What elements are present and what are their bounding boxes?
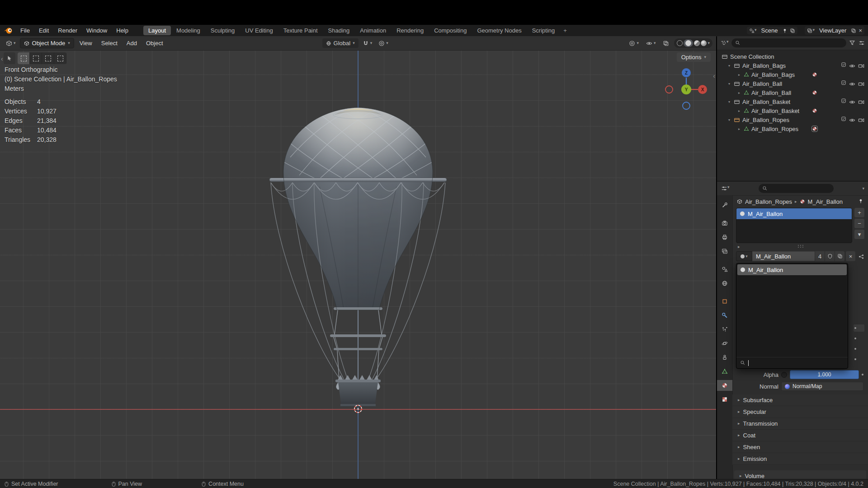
tab-modeling[interactable]: Modeling — [171, 26, 205, 35]
tab-render[interactable] — [717, 218, 732, 229]
outliner-row-scene-collection[interactable]: Scene Collection — [717, 52, 868, 61]
outliner-row-collection-active[interactable]: ▾ Air_Ballon_Ropes — [717, 115, 868, 124]
outliner-row-object-active[interactable]: ▸ Air_Ballon_Ropes — [717, 124, 868, 133]
users-count-button[interactable]: 4 — [815, 251, 825, 261]
outliner-filter-button[interactable] — [849, 39, 856, 47]
sidebar-expand-arrow[interactable]: ‹ — [713, 72, 715, 80]
shading-wireframe-button[interactable] — [677, 40, 683, 46]
toolbar-expand-arrow[interactable]: ‹ — [1, 55, 3, 62]
tab-rendering[interactable]: Rendering — [392, 26, 429, 35]
pin-id-icon[interactable] — [858, 198, 863, 205]
alpha-animate-dot[interactable] — [862, 374, 863, 375]
menu-view[interactable]: View — [76, 38, 96, 48]
alpha-slider[interactable]: 1.000 — [790, 370, 859, 379]
tab-material[interactable] — [717, 380, 732, 391]
material-icon[interactable] — [812, 90, 817, 95]
tab-view-layer[interactable] — [717, 246, 732, 257]
tab-scripting[interactable]: Scripting — [527, 26, 560, 35]
snap-toggle[interactable]: ▾ — [360, 39, 375, 48]
breadcrumb-material[interactable]: M_Air_Ballon — [808, 198, 843, 205]
material-slot-list[interactable]: M_Air_Ballon — [736, 208, 852, 243]
add-slot-button[interactable]: + — [854, 208, 864, 217]
properties-search-input[interactable] — [759, 184, 834, 193]
camera-visibility-icon[interactable] — [858, 62, 864, 69]
preview-panel-collapsed[interactable]: ▸ — [732, 243, 868, 250]
camera-visibility-icon[interactable] — [858, 98, 864, 105]
outliner-search-input[interactable] — [731, 38, 846, 47]
new-scene-button[interactable] — [789, 28, 796, 34]
new-material-button[interactable] — [835, 251, 844, 261]
transform-orientation-select[interactable]: Global▾ — [322, 38, 359, 48]
tab-uv-editing[interactable]: UV Editing — [240, 26, 278, 35]
hide-eye-icon[interactable] — [849, 62, 855, 69]
exclude-checkbox-icon[interactable] — [841, 62, 846, 69]
tab-tool[interactable] — [717, 200, 732, 211]
select-mode-intersect-button[interactable] — [54, 52, 66, 64]
outliner-row-object[interactable]: ▸ Air_Ballon_Ball — [717, 88, 868, 97]
select-mode-extend-button[interactable] — [30, 52, 42, 64]
section-sheen[interactable]: ▸Sheen — [732, 441, 868, 453]
camera-visibility-icon[interactable] — [858, 116, 864, 123]
section-subsurface[interactable]: ▸Subsurface — [732, 394, 868, 406]
normal-map-field[interactable]: Normal/Map — [781, 382, 863, 391]
show-overlays-toggle[interactable]: ▾ — [644, 39, 658, 48]
tab-constraints[interactable] — [717, 352, 732, 363]
section-specular[interactable]: ▸Specular — [732, 406, 868, 418]
material-browse-dropdown[interactable]: M_Air_Ballon — [736, 263, 848, 369]
tab-shading[interactable]: Shading — [323, 26, 355, 35]
pin-scene-icon[interactable] — [782, 28, 788, 34]
exclude-checkbox-icon[interactable] — [841, 98, 846, 105]
menu-help[interactable]: Help — [112, 26, 132, 35]
tab-physics[interactable] — [717, 338, 732, 349]
tab-object-data[interactable] — [717, 366, 732, 377]
hide-eye-icon[interactable] — [849, 80, 855, 87]
editor-type-button[interactable]: ▾ — [4, 39, 18, 48]
viewport-3d[interactable]: Options ▾ Front Orthographic (0) Scene C… — [0, 51, 716, 479]
xray-toggle[interactable] — [660, 39, 671, 48]
new-viewlayer-button[interactable] — [850, 28, 857, 34]
slot-specials-button[interactable]: ▾ — [854, 230, 864, 239]
menu-edit[interactable]: Edit — [35, 26, 53, 35]
dropdown-search-input[interactable] — [736, 357, 848, 368]
tab-object[interactable] — [717, 296, 732, 307]
properties-filter-dropdown[interactable]: ▾ — [862, 187, 864, 191]
unlink-material-button[interactable]: × — [845, 251, 855, 261]
outliner-row-object[interactable]: ▸ Air_Ballon_Basket — [717, 106, 868, 115]
remove-viewlayer-button[interactable]: × — [858, 27, 863, 34]
hide-eye-icon[interactable] — [849, 98, 855, 105]
material-icon[interactable] — [812, 108, 817, 113]
camera-visibility-icon[interactable] — [858, 80, 864, 87]
menu-object[interactable]: Object — [142, 38, 167, 48]
select-mode-subtract-button[interactable] — [42, 52, 54, 64]
material-name-field[interactable]: M_Air_Ballon — [752, 251, 815, 261]
tab-geometry-nodes[interactable]: Geometry Nodes — [472, 26, 526, 35]
tab-sculpting[interactable]: Sculpting — [206, 26, 240, 35]
tab-scene[interactable] — [717, 264, 732, 275]
breadcrumb-object[interactable]: Air_Ballon_Ropes — [745, 198, 792, 205]
menu-render[interactable]: Render — [54, 26, 81, 35]
outliner-row-collection[interactable]: ▾ Air_Ballon_Ball — [717, 79, 868, 88]
browse-material-button[interactable]: ▾ — [736, 251, 752, 261]
menu-add[interactable]: Add — [123, 38, 141, 48]
mode-select[interactable]: Object Mode▾ — [20, 38, 74, 48]
tab-layout[interactable]: Layout — [143, 26, 171, 35]
show-gizmo-toggle[interactable]: ▾ — [627, 39, 641, 48]
menu-select[interactable]: Select — [98, 38, 121, 48]
tab-texture[interactable] — [717, 394, 732, 405]
add-workspace-button[interactable]: + — [560, 26, 570, 35]
exclude-checkbox-icon[interactable] — [841, 116, 846, 123]
fake-user-shield-button[interactable] — [825, 251, 835, 261]
proportional-editing-toggle[interactable]: ▾ — [376, 39, 391, 48]
properties-editor-type-button[interactable]: ▾ — [721, 185, 730, 192]
section-coat[interactable]: ▸Coat — [732, 430, 868, 441]
blender-logo-icon[interactable] — [4, 27, 13, 34]
viewlayer-name-field[interactable]: ViewLayer — [816, 27, 849, 34]
viewlayer-browse-button[interactable]: ▾ — [807, 28, 815, 34]
hide-eye-icon[interactable] — [849, 116, 855, 123]
shading-rendered-button[interactable] — [701, 40, 707, 46]
section-transmission[interactable]: ▸Transmission — [732, 418, 868, 430]
scene-browse-button[interactable]: ▾ — [749, 28, 757, 34]
active-tool-button[interactable] — [4, 52, 15, 64]
navigation-gizmo[interactable]: Z X Y — [664, 66, 709, 111]
outliner-row-collection[interactable]: ▾ Air_Ballon_Basket — [717, 97, 868, 106]
